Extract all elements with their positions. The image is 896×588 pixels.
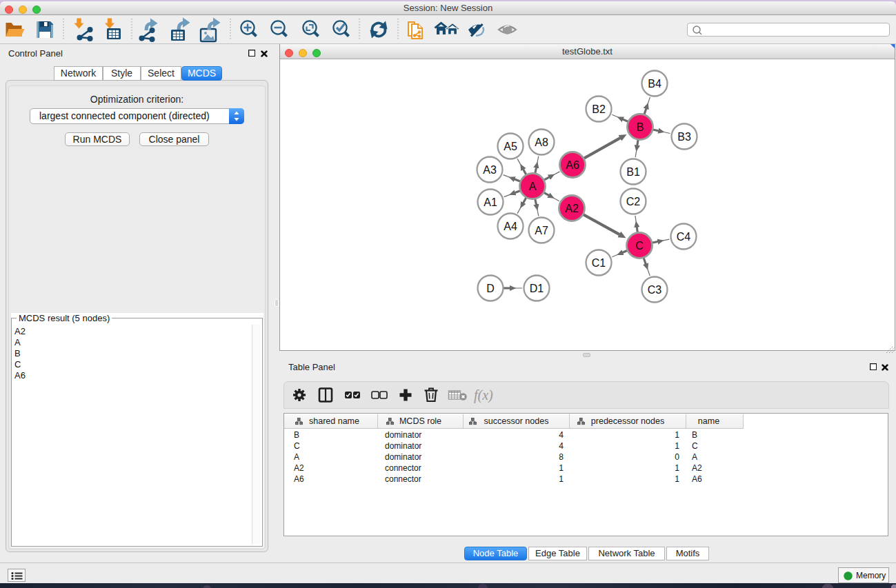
svg-text:B1: B1 (626, 166, 640, 178)
svg-text:A7: A7 (535, 225, 548, 236)
svg-text:A5: A5 (504, 141, 517, 152)
svg-text:A2: A2 (565, 203, 579, 214)
svg-text:C1: C1 (592, 257, 606, 269)
svg-text:B: B (637, 121, 644, 133)
svg-text:A1: A1 (484, 196, 497, 208)
svg-text:A6: A6 (566, 159, 579, 171)
svg-text:D1: D1 (530, 283, 544, 294)
svg-text:B2: B2 (592, 103, 606, 115)
svg-text:A: A (529, 181, 537, 192)
svg-text:C: C (635, 240, 644, 252)
svg-text:C2: C2 (626, 196, 641, 207)
svg-text:A8: A8 (535, 136, 548, 148)
svg-text:B3: B3 (677, 131, 691, 143)
svg-text:C4: C4 (677, 231, 691, 243)
svg-text:A4: A4 (504, 221, 517, 232)
svg-text:C3: C3 (648, 284, 662, 296)
svg-text:f(x): f(x) (474, 387, 493, 403)
svg-text:B4: B4 (648, 78, 661, 90)
svg-text:A3: A3 (483, 164, 497, 176)
svg-text:D: D (486, 283, 495, 294)
